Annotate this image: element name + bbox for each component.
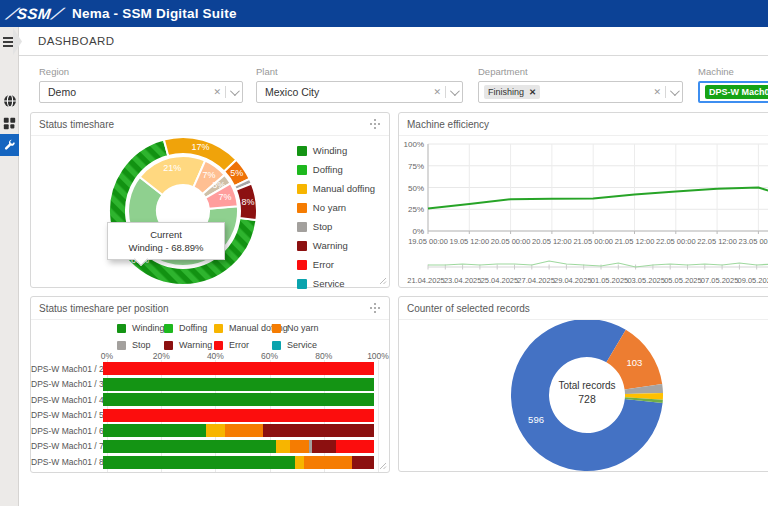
legend-label: Warning xyxy=(179,340,212,350)
selector-date-label: 29.04.2025 xyxy=(554,276,592,285)
filter-field-plant: PlantMexico City✕ xyxy=(256,66,463,103)
legend-label: Error xyxy=(313,259,334,270)
panel-timeshare-per-position-header: Status timeshare per position xyxy=(31,297,389,320)
tag-label: DPS-W Mach01 xyxy=(709,87,768,97)
bar-segment-error[interactable] xyxy=(103,409,374,422)
filter-controls: ✕ xyxy=(213,86,237,98)
status-timeshare-donut-chart[interactable]: 69%17%5%8%62%21%7%3%7% xyxy=(31,136,321,287)
legend-item-manual-doffing[interactable]: Manual doffing xyxy=(297,179,375,198)
sidebar xyxy=(0,56,19,506)
bar-segment-manual-doffing[interactable] xyxy=(276,440,290,453)
filter-tag: DPS-W Mach01✕ xyxy=(705,85,768,99)
legend-item-error[interactable]: Error xyxy=(214,340,249,350)
legend-swatch xyxy=(214,341,223,350)
legend-item-warning[interactable]: Warning xyxy=(297,236,375,255)
sidebar-item-tools[interactable] xyxy=(0,134,19,156)
filter-input-department[interactable]: Finishing✕✕ xyxy=(478,81,683,103)
bar-segment-winding[interactable] xyxy=(103,440,276,453)
legend-item-service[interactable]: Service xyxy=(272,340,317,350)
bar-segment-no-yarn[interactable] xyxy=(225,424,263,437)
bar-row: DPS-W Mach01 / 2 xyxy=(31,362,389,375)
dashboard-grid-icon xyxy=(3,117,16,130)
sidebar-item-globe[interactable] xyxy=(0,90,19,112)
bar-segment-no-yarn[interactable] xyxy=(290,440,309,453)
legend-item-doffing[interactable]: Doffing xyxy=(297,160,375,179)
tag-remove-icon[interactable]: ✕ xyxy=(529,87,536,97)
filter-input-machine[interactable]: DPS-W Mach01✕ xyxy=(698,81,768,103)
clear-icon[interactable]: ✕ xyxy=(653,87,661,97)
bar-segment-manual-doffing[interactable] xyxy=(206,424,225,437)
panel-title: Status timeshare xyxy=(39,119,369,130)
panel-status-timeshare-header: Status timeshare xyxy=(31,113,389,136)
bar-segment-winding[interactable] xyxy=(103,393,374,406)
legend-item-warning[interactable]: Warning xyxy=(164,340,212,350)
tab-dashboard[interactable]: DASHBOARD xyxy=(38,35,114,47)
filter-label: Plant xyxy=(256,66,463,77)
y-axis-label: 100% xyxy=(404,140,424,149)
filter-label: Department xyxy=(478,66,683,77)
legend-item-winding[interactable]: Winding xyxy=(117,323,165,333)
chevron-down-icon[interactable] xyxy=(450,86,460,96)
drag-handle-icon[interactable] xyxy=(369,302,381,314)
legend-label: Stop xyxy=(132,340,151,350)
selector-date-label: 03.05.2025 xyxy=(627,276,665,285)
bar-row: DPS-W Mach01 / 4 xyxy=(31,393,389,406)
bar-segment-warning[interactable] xyxy=(263,424,374,437)
selector-date-label: 05.05.2025 xyxy=(664,276,702,285)
bar-segment-error[interactable] xyxy=(336,440,374,453)
position-label: DPS-W Mach01 / 3 xyxy=(31,379,103,389)
clear-icon[interactable]: ✕ xyxy=(433,87,441,97)
selector-date-label: 21.04.2025 xyxy=(407,276,445,285)
legend-item-stop[interactable]: Stop xyxy=(117,340,151,350)
bar-track xyxy=(103,409,374,422)
legend-item-no-yarn[interactable]: No yarn xyxy=(297,198,375,217)
panel-title: Status timeshare per position xyxy=(39,303,369,314)
chevron-down-icon[interactable] xyxy=(230,86,240,96)
donut-segment-label: 21% xyxy=(163,163,181,173)
y-axis-label: 25% xyxy=(408,205,424,214)
selector-date-label: 25.04.2025 xyxy=(481,276,519,285)
drag-handle-icon[interactable] xyxy=(369,118,381,130)
y-axis-label: 0% xyxy=(412,227,424,236)
bar-segment-winding[interactable] xyxy=(103,424,206,437)
bar-segment-warning[interactable] xyxy=(352,456,374,469)
position-label: DPS-W Mach01 / 8 xyxy=(31,457,103,467)
bar-segment-winding[interactable] xyxy=(103,456,295,469)
legend-swatch xyxy=(272,341,281,350)
legend-item-stop[interactable]: Stop xyxy=(297,217,375,236)
sidebar-item-dashboard[interactable] xyxy=(0,112,19,134)
legend-item-doffing[interactable]: Doffing xyxy=(164,323,207,333)
bar-track xyxy=(103,378,374,391)
legend-item-winding[interactable]: Winding xyxy=(297,141,375,160)
legend-swatch xyxy=(297,146,307,156)
bar-row: DPS-W Mach01 / 8 xyxy=(31,456,389,469)
bar-track xyxy=(103,362,374,375)
panel-machine-efficiency: Machine efficiency 100%75%50%25%0%19.05 … xyxy=(398,112,768,288)
status-timeshare-body: 69%17%5%8%62%21%7%3%7% WindingDoffingMan… xyxy=(31,136,389,287)
legend-label: No yarn xyxy=(287,323,319,333)
bar-segment-warning[interactable] xyxy=(312,440,336,453)
legend-item-error[interactable]: Error xyxy=(297,255,375,274)
resize-grip-icon[interactable] xyxy=(378,276,387,285)
chevron-down-icon[interactable] xyxy=(670,86,680,96)
legend-item-no-yarn[interactable]: No yarn xyxy=(272,323,319,333)
bar-row: DPS-W Mach01 / 3 xyxy=(31,378,389,391)
machine-efficiency-line-chart[interactable]: 100%75%50%25%0%19.05 00:0019.05 12:0020.… xyxy=(399,136,768,287)
filter-input-region[interactable]: Demo✕ xyxy=(39,81,243,103)
filter-label: Region xyxy=(39,66,243,77)
legend-swatch xyxy=(297,165,307,175)
filter-field-region: RegionDemo✕ xyxy=(39,66,243,103)
legend-swatch xyxy=(297,184,307,194)
clear-icon[interactable]: ✕ xyxy=(213,87,221,97)
range-selector-line[interactable] xyxy=(428,261,768,267)
bar-track xyxy=(103,456,374,469)
filter-input-plant[interactable]: Mexico City✕ xyxy=(256,81,463,103)
header-bar: DASHBOARD xyxy=(0,27,768,56)
position-label: DPS-W Mach01 / 2 xyxy=(31,364,103,374)
bar-segment-error[interactable] xyxy=(103,362,374,375)
bar-segment-winding[interactable] xyxy=(103,378,374,391)
bar-segment-manual-doffing[interactable] xyxy=(295,456,303,469)
legend-item-service[interactable]: Service xyxy=(297,274,375,293)
bar-segment-no-yarn[interactable] xyxy=(304,456,353,469)
bar-track xyxy=(103,440,374,453)
